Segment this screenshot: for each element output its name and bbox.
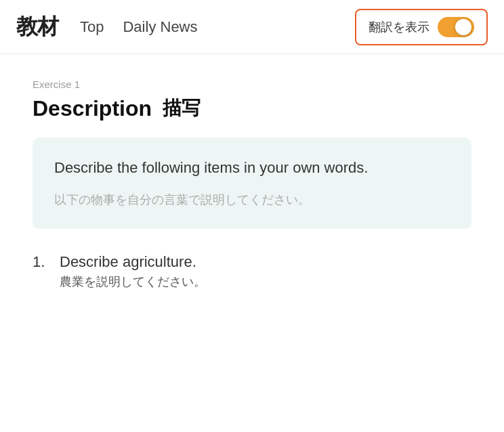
description-text-en: Describe the following items in your own… <box>54 156 450 179</box>
item-text-en: Describe agriculture. <box>60 253 206 271</box>
nav-top[interactable]: Top <box>80 18 104 36</box>
list-item: 1. Describe agriculture. 農業を説明してください。 <box>33 253 471 290</box>
main-content: Exercise 1 Description 描写 Describe the f… <box>0 54 504 325</box>
header: 教材 Top Daily News 翻訳を表示 <box>0 0 504 54</box>
description-text-jp: 以下の物事を自分の言葉で説明してください。 <box>54 190 450 210</box>
main-nav: Top Daily News <box>80 18 355 36</box>
item-content: Describe agriculture. 農業を説明してください。 <box>60 253 206 290</box>
section-title-jp: 描写 <box>163 95 201 121</box>
exercise-list: 1. Describe agriculture. 農業を説明してください。 <box>33 253 471 290</box>
item-number: 1. <box>33 253 51 290</box>
section-title: Description 描写 <box>33 95 471 121</box>
toggle-thumb <box>455 19 471 35</box>
item-text-jp: 農業を説明してください。 <box>60 274 206 290</box>
translation-toggle-button[interactable]: 翻訳を表示 <box>355 9 488 45</box>
nav-daily-news[interactable]: Daily News <box>123 18 197 36</box>
toggle-switch[interactable] <box>438 17 474 37</box>
description-box: Describe the following items in your own… <box>33 137 471 229</box>
exercise-label: Exercise 1 <box>33 79 471 90</box>
logo: 教材 <box>16 12 58 42</box>
section-title-en: Description <box>33 96 152 121</box>
toggle-label: 翻訳を表示 <box>369 19 429 35</box>
